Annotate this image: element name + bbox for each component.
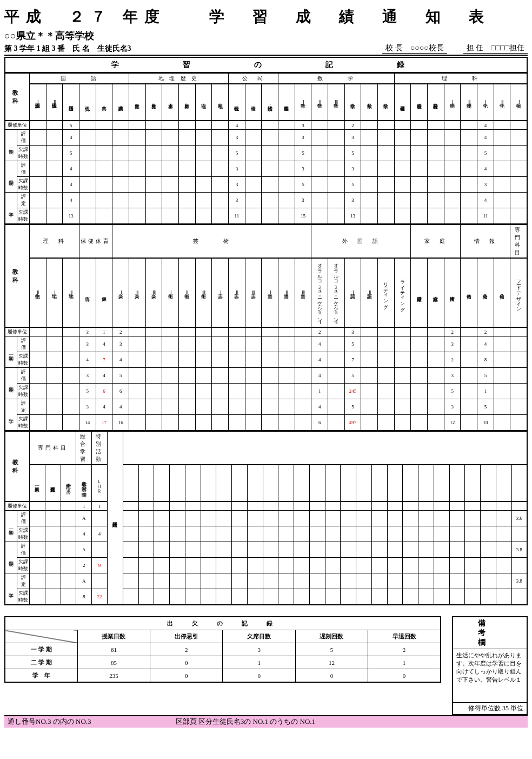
remarks-box: 備 考 欄 生活にやや乱れがあります。次年度は学習に目を向けてしっかり取り組んで… — [452, 616, 528, 715]
document-title: 平成 ２７ 年度 学 習 成 績 通 知 表 — [4, 6, 528, 27]
student-info: 第 3 学年 1 組 3 番 氏 名 生徒氏名3 — [4, 44, 131, 54]
grades-record: 学 習 の 記 録教 科国 語地 理 歴 史公 民数 学理 科国語表現Ⅰ国語表現… — [4, 57, 528, 605]
homeroom-teacher: 担 任 □□□□担任 — [463, 43, 528, 54]
school-name: ○○県立＊＊高等学校 — [4, 29, 528, 42]
attendance-table: 出 欠 の 記 録 授業日数出停忌引欠席日数遅刻回数早退回数一 学 期61235… — [4, 616, 441, 683]
footer-bar: 通し番号NO.3 の内の NO.3 区部頁 区分生徒氏名3の NO.1 のうちの… — [4, 715, 528, 728]
principal: 校 長 ○○○○校長 — [382, 43, 447, 54]
